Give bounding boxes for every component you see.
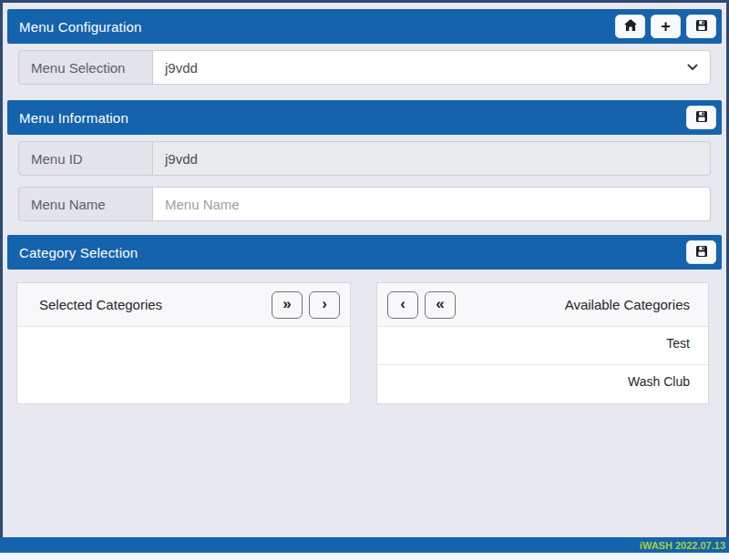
category-list-item[interactable]: Test — [377, 327, 708, 365]
move-right-button[interactable]: › — [309, 291, 340, 319]
category-selection-title: Category Selection — [19, 245, 138, 260]
available-categories-panel: ‹ « Available Categories Test Wash Club — [376, 282, 709, 404]
menu-configuration-title: Menu Configuration — [19, 19, 142, 35]
menu-name-input[interactable] — [165, 188, 698, 220]
home-icon — [623, 18, 638, 35]
menu-selection-row: Menu Selection j9vdd — [18, 50, 711, 85]
selected-categories-panel-header: Selected Categories » › — [17, 283, 350, 327]
menu-id-label: Menu ID — [18, 141, 153, 176]
footer-version-bar: iWASH 2022.07.13 — [0, 537, 729, 553]
menu-id-row: Menu ID j9vdd — [18, 141, 711, 176]
double-chevron-right-icon: » — [282, 296, 291, 311]
menu-selection-label: Menu Selection — [18, 50, 153, 85]
available-categories-title: Available Categories — [565, 297, 690, 312]
double-chevron-left-icon: « — [436, 296, 444, 311]
save-menu-config-button[interactable] — [686, 15, 716, 38]
move-all-right-button[interactable]: » — [272, 291, 303, 319]
plus-icon: + — [661, 18, 671, 35]
menu-information-header: Menu Information — [7, 100, 722, 135]
app-frame: Menu Configuration + — [0, 0, 729, 537]
selected-categories-list — [17, 327, 350, 339]
save-icon — [695, 109, 708, 126]
menu-configuration-header: Menu Configuration + — [7, 9, 722, 44]
menu-information-title: Menu Information — [19, 110, 128, 126]
menu-name-row: Menu Name — [18, 187, 711, 221]
selected-categories-title: Selected Categories — [39, 297, 162, 312]
chevron-right-icon: › — [322, 296, 327, 311]
category-selection-header: Category Selection — [7, 235, 722, 270]
category-list-item[interactable]: Wash Club — [377, 365, 708, 403]
available-categories-panel-header: ‹ « Available Categories — [377, 283, 708, 327]
category-transfer-panels: Selected Categories » › ‹ — [16, 282, 709, 404]
available-categories-list: Test Wash Club — [377, 327, 708, 403]
home-button[interactable] — [615, 15, 645, 38]
save-category-selection-button[interactable] — [686, 240, 716, 264]
add-menu-button[interactable]: + — [651, 15, 681, 38]
footer-version-text: iWASH 2022.07.13 — [640, 540, 725, 551]
save-icon — [695, 244, 708, 260]
menu-id-value: j9vdd — [153, 141, 711, 176]
menu-name-field-wrap — [153, 187, 711, 221]
chevron-left-icon: ‹ — [400, 296, 406, 311]
save-icon — [695, 18, 708, 35]
chevron-down-icon — [687, 64, 698, 71]
save-menu-information-button[interactable] — [686, 106, 716, 129]
screen: Menu Configuration + — [0, 0, 729, 560]
menu-selection-select[interactable]: j9vdd — [153, 50, 711, 85]
selected-categories-panel: Selected Categories » › — [16, 282, 351, 404]
menu-selection-value: j9vdd — [165, 60, 198, 76]
move-all-left-button[interactable]: « — [425, 291, 456, 319]
move-left-button[interactable]: ‹ — [387, 291, 418, 319]
menu-name-label: Menu Name — [18, 187, 153, 221]
